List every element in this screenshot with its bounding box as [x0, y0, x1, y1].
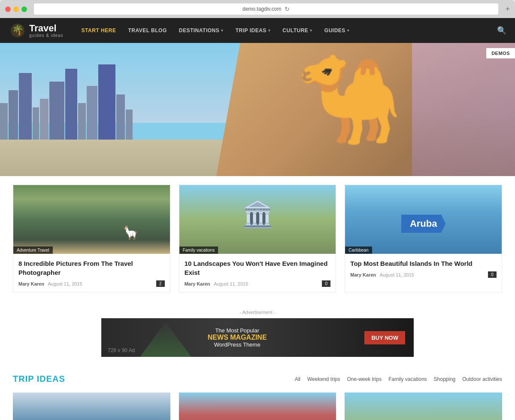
logo[interactable]: 🌴 Travel guides & ideas	[9, 21, 64, 40]
comment-count-2: 0	[322, 280, 330, 287]
ad-buy-button[interactable]: BUY NOW	[364, 331, 405, 344]
page-content: 🌴 Travel guides & ideas START HERE TRAVE…	[0, 18, 515, 420]
trip-image-3: 🏛️ Family vacations	[345, 393, 502, 420]
logo-brand: Travel	[29, 24, 64, 33]
filter-weekend[interactable]: Weekend trips	[307, 376, 340, 382]
article-card-2: Family vacations 10 Landscapes You Won't…	[179, 185, 336, 292]
advertisement-section: - Advertisement - 728 x 90 Ad The Most P…	[0, 301, 515, 365]
filter-family[interactable]: Family vacations	[388, 376, 427, 382]
article-card-1: Adventure Travel 8 Incredible Pictures F…	[13, 185, 170, 292]
refresh-icon[interactable]: ↻	[285, 6, 290, 12]
ad-content: The Most Popular NEWS MAGAZINE WordPress…	[110, 327, 364, 348]
category-tag-2[interactable]: Family vacations	[179, 247, 218, 254]
trip-ideas-section: TRIP IDEAS All Weekend trips One-week tr…	[0, 365, 515, 420]
trip-cards: 🚣 Outdoor activities The river wild: Whi…	[13, 393, 502, 420]
search-icon[interactable]: 🔍	[497, 26, 506, 35]
article-title-3: Top Most Beautiful Islands In The World	[350, 259, 497, 268]
arch-image	[179, 185, 336, 254]
article-date-1: August 11, 2015	[48, 281, 82, 286]
article-title-1: 8 Incredible Pictures From The Travel Ph…	[18, 259, 165, 277]
article-date-3: August 11, 2015	[380, 272, 414, 277]
card-meta-1: Mary Karen August 11, 2015 2	[18, 280, 165, 287]
filter-shopping[interactable]: Shopping	[434, 376, 456, 382]
ad-accent: NEWS MAGAZINE	[110, 334, 364, 341]
article-image-1: Adventure Travel	[13, 185, 170, 254]
card-meta-2: Mary Karen August 11, 2015 0	[185, 280, 331, 287]
hero-banner: 🐪 DEMOS	[0, 43, 515, 176]
article-card-3: Aruba Caribbean Top Most Beautiful Islan…	[345, 185, 502, 292]
trip-image-2: 🏘️ Shopping	[179, 393, 336, 420]
article-title-2: 10 Landscapes You Won't Have Even Imagin…	[185, 259, 331, 277]
article-author-3: Mary Karen	[350, 272, 376, 277]
aruba-image: Aruba	[345, 185, 502, 254]
fabric-overlay	[412, 43, 515, 176]
chevron-down-icon: ▾	[221, 28, 224, 33]
article-author-2: Mary Karen	[185, 281, 210, 286]
nav-links: START HERE TRAVEL BLOG DESTINATIONS ▾ TR…	[76, 24, 497, 37]
new-tab-button[interactable]: +	[505, 5, 510, 14]
demos-button[interactable]: DEMOS	[486, 48, 515, 58]
logo-icon: 🌴	[9, 21, 27, 40]
filter-oneweek[interactable]: One-week trips	[347, 376, 382, 382]
trip-card-3: 🏛️ Family vacations 10 Landscapes You Wo…	[345, 393, 502, 420]
svg-text:🌴: 🌴	[12, 24, 24, 36]
filter-outdoor[interactable]: Outdoor activities	[462, 376, 502, 382]
url-bar[interactable]: demo.tagdiv.com ↻	[34, 3, 498, 15]
filter-all[interactable]: All	[295, 376, 300, 382]
main-navigation: 🌴 Travel guides & ideas START HERE TRAVE…	[0, 18, 515, 43]
section-title: TRIP IDEAS	[13, 374, 65, 384]
chevron-down-icon: ▾	[268, 28, 271, 33]
nav-culture[interactable]: CULTURE ▾	[277, 24, 317, 37]
montreal-image: 🏘️	[179, 393, 336, 420]
filter-tabs: All Weekend trips One-week trips Family …	[295, 376, 502, 382]
nav-trip-ideas[interactable]: TRIP IDEAS ▾	[230, 24, 276, 37]
card-body-2: 10 Landscapes You Won't Have Even Imagin…	[179, 254, 336, 292]
article-date-2: August 11, 2015	[214, 281, 248, 286]
card-body-1: 8 Incredible Pictures From The Travel Ph…	[13, 254, 170, 292]
featured-articles: Adventure Travel 8 Incredible Pictures F…	[0, 176, 515, 301]
nav-start-here[interactable]: START HERE	[76, 24, 121, 37]
comment-count-1: 2	[156, 280, 165, 287]
chevron-down-icon: ▾	[347, 28, 350, 33]
chevron-down-icon: ▾	[310, 28, 312, 33]
nav-travel-blog[interactable]: TRAVEL BLOG	[123, 24, 172, 37]
ad-label: - Advertisement -	[0, 310, 515, 315]
rafting-image: 🚣	[13, 393, 170, 420]
card-body-3: Top Most Beautiful Islands In The World …	[345, 254, 502, 283]
ad-tagline-1: The Most Popular NEWS MAGAZINE WordPress…	[110, 327, 364, 348]
arch2-image: 🏛️	[345, 393, 502, 420]
maximize-button[interactable]	[21, 6, 27, 12]
nav-guides[interactable]: GUIDES ▾	[319, 24, 355, 37]
camel-image: 🐪	[296, 56, 403, 142]
minimize-button[interactable]	[13, 6, 19, 12]
section-header: TRIP IDEAS All Weekend trips One-week tr…	[13, 374, 502, 384]
logo-tagline: guides & ideas	[29, 33, 64, 38]
article-image-2: Family vacations	[179, 185, 336, 254]
ad-size-label: 728 x 90 Ad	[108, 347, 135, 353]
browser-window: demo.tagdiv.com ↻ +	[0, 0, 515, 18]
category-tag-3[interactable]: Caribbean	[345, 247, 372, 254]
category-tag-1[interactable]: Adventure Travel	[13, 247, 53, 254]
trip-image-1: 🚣 Outdoor activities	[13, 393, 170, 420]
comment-count-3: 0	[488, 271, 497, 278]
article-image-3: Aruba Caribbean	[345, 185, 502, 254]
trip-card-2: 🏘️ Shopping Romantic Getaway: Long Weeke…	[179, 393, 336, 420]
logo-text: Travel guides & ideas	[29, 24, 64, 38]
window-controls	[5, 6, 27, 12]
nav-destinations[interactable]: DESTINATIONS ▾	[174, 24, 229, 37]
close-button[interactable]	[5, 6, 11, 12]
article-author-1: Mary Karen	[18, 281, 44, 286]
machu-picchu-image	[13, 185, 170, 254]
trip-card-1: 🚣 Outdoor activities The river wild: Whi…	[13, 393, 170, 420]
card-meta-3: Mary Karen August 11, 2015 0	[350, 271, 497, 278]
ad-banner[interactable]: 728 x 90 Ad The Most Popular NEWS MAGAZI…	[101, 318, 414, 357]
aruba-sign: Aruba	[401, 215, 446, 233]
url-text: demo.tagdiv.com	[242, 6, 282, 12]
